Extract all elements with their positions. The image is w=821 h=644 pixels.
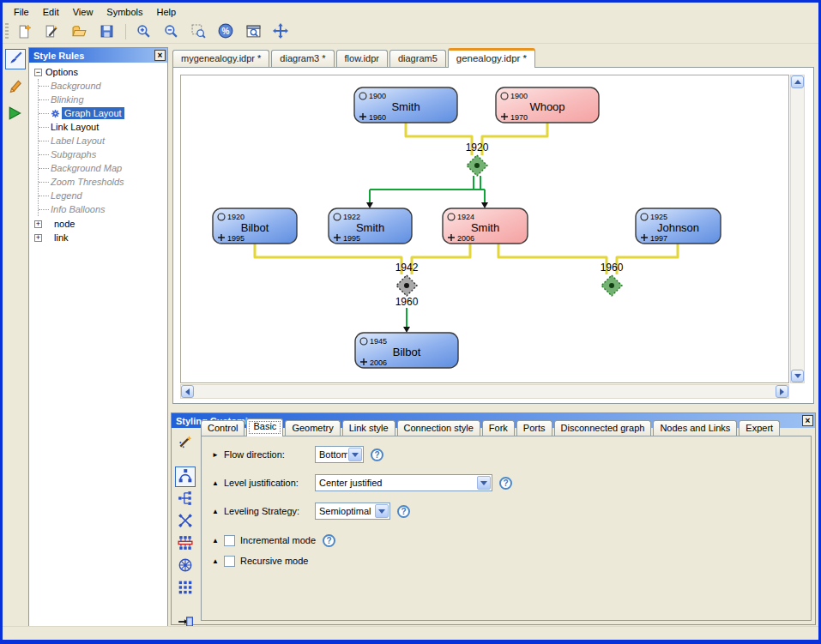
tab-flow[interactable]: flow.idpr (336, 50, 388, 67)
help-icon[interactable]: ? (397, 505, 410, 518)
tree-item-zoom-thresholds[interactable]: Zoom Thresholds (51, 175, 167, 189)
collapse-icon[interactable]: − (34, 69, 42, 76)
tree-layout-button[interactable] (175, 489, 196, 509)
person-node[interactable]: 1900Smith1960 (354, 87, 457, 123)
pan-button[interactable] (270, 21, 291, 42)
person-node[interactable]: 1922Smith1995 (329, 208, 412, 244)
vertical-scrollbar[interactable] (790, 75, 805, 383)
tree-item-graph-layout[interactable]: Graph Layout (51, 106, 167, 120)
menu-item-symbols[interactable]: Symbols (100, 4, 149, 20)
tree-item-info-balloons[interactable]: Info Balloons (51, 202, 167, 216)
tab-fork[interactable]: Fork (482, 420, 515, 436)
wand-button[interactable] (175, 432, 196, 453)
expand-icon[interactable]: + (34, 234, 42, 242)
marriage-link[interactable] (617, 244, 678, 274)
tree-item-link[interactable]: + link (34, 231, 167, 244)
expand-arrow-icon[interactable]: ▲ (212, 537, 224, 545)
new-document-button[interactable] (14, 21, 34, 42)
person-node[interactable]: 1920Bilbot1995 (213, 208, 297, 244)
menu-item-edit[interactable]: Edit (36, 4, 66, 20)
zoom-out-button[interactable] (160, 21, 181, 42)
marriage-link[interactable] (406, 123, 472, 155)
open-button[interactable] (69, 21, 89, 42)
person-node[interactable]: 1924Smith2006 (443, 208, 528, 244)
tab-control[interactable]: Control (201, 420, 244, 436)
leveling-strategy-select[interactable]: Semioptimal (315, 503, 390, 520)
recursive-mode-checkbox[interactable] (224, 556, 235, 567)
person-node[interactable]: 1900Whoop1970 (496, 87, 599, 123)
tree-item-legend[interactable]: Legend (51, 189, 167, 202)
tab-geometry[interactable]: Geometry (285, 420, 340, 436)
help-icon[interactable]: ? (371, 448, 383, 461)
tab-expert[interactable]: Expert (739, 420, 780, 436)
marriage-node[interactable]: 19421960 (395, 262, 419, 308)
toolbar-grip[interactable] (5, 23, 9, 40)
tree-item-link-layout[interactable]: Link Layout (51, 120, 167, 134)
tab-disconnected-graph[interactable]: Disconnected graph (554, 420, 652, 436)
dropdown-arrow-icon[interactable] (375, 504, 389, 518)
person-node[interactable]: 1925Johnson1997 (636, 208, 721, 244)
incremental-mode-checkbox[interactable] (224, 535, 235, 546)
style-brush-button[interactable] (5, 49, 26, 69)
person-node[interactable]: 1945Bilbot2006 (355, 333, 458, 368)
scroll-left-icon[interactable] (181, 385, 194, 398)
tree-item-node[interactable]: + node (34, 217, 167, 231)
marriage-link[interactable] (412, 244, 470, 274)
level-justification-select[interactable]: Center justified (315, 474, 492, 491)
close-icon[interactable]: × (154, 50, 166, 61)
tab-genealogy[interactable]: genealogy.idpr * (448, 48, 535, 68)
dropdown-arrow-icon[interactable] (477, 476, 491, 490)
marriage-link[interactable] (482, 123, 547, 155)
edit-pencil-button[interactable] (5, 76, 26, 97)
run-button[interactable] (5, 104, 26, 124)
tab-nodes-and-links[interactable]: Nodes and Links (653, 420, 737, 436)
expand-arrow-icon[interactable]: ▲ (212, 479, 224, 487)
tree-item-background-map[interactable]: Background Map (51, 161, 167, 175)
expand-icon[interactable]: + (34, 220, 42, 228)
marriage-node[interactable]: 1920 (466, 141, 489, 176)
marriage-link[interactable] (255, 244, 401, 274)
save-button[interactable] (96, 21, 117, 42)
scroll-right-icon[interactable] (776, 385, 788, 398)
flow-direction-select[interactable]: Bottom (315, 446, 364, 463)
scroll-down-icon[interactable] (791, 370, 804, 382)
link-layout-button[interactable] (175, 511, 196, 532)
tab-ports[interactable]: Ports (516, 420, 552, 436)
tab-mygenealogy[interactable]: mygenealogy.idpr * (172, 50, 269, 67)
grid-layout-button[interactable] (175, 578, 196, 599)
tab-basic[interactable]: Basic (246, 418, 283, 436)
dropdown-arrow-icon[interactable] (348, 448, 362, 461)
genealogy-diagram[interactable]: 19201942196019601900Smith19601900Whoop19… (181, 75, 788, 382)
close-icon[interactable]: × (802, 415, 813, 426)
tree-item-label-layout[interactable]: Label Layout (51, 134, 167, 147)
tab-link-style[interactable]: Link style (342, 420, 395, 436)
help-icon[interactable]: ? (499, 477, 512, 490)
zoom-percent-button[interactable]: % (215, 21, 236, 42)
horizontal-scrollbar[interactable] (180, 384, 789, 399)
edit-style-button[interactable] (41, 21, 62, 42)
scroll-up-icon[interactable] (791, 75, 804, 88)
tab-diagram3[interactable]: diagram3 * (271, 50, 334, 67)
menu-item-file[interactable]: File (7, 4, 36, 20)
style-rules-titlebar[interactable]: Style Rules × (29, 48, 167, 63)
tree-item-options[interactable]: − Options (34, 65, 167, 79)
help-icon[interactable]: ? (323, 534, 335, 547)
tab-diagram5[interactable]: diagram5 (389, 50, 446, 67)
hierarchical-layout-button[interactable] (175, 466, 196, 487)
circular-layout-button[interactable] (175, 556, 196, 576)
menu-item-help[interactable]: Help (150, 4, 184, 20)
tab-connection-style[interactable]: Connection style (397, 420, 480, 436)
zoom-in-button[interactable] (133, 21, 154, 42)
tree-item-background[interactable]: Background (51, 79, 167, 93)
collapse-arrow-icon[interactable]: ► (212, 451, 224, 459)
expand-arrow-icon[interactable]: ▲ (212, 508, 224, 515)
tree-item-subgraphs[interactable]: Subgraphs (51, 147, 167, 161)
tree-item-blinking[interactable]: Blinking (51, 93, 167, 106)
overview-button[interactable] (243, 21, 263, 42)
marriage-link[interactable] (498, 244, 607, 274)
marriage-node[interactable]: 1960 (601, 262, 624, 296)
diagram-canvas[interactable]: 19201942196019601900Smith19601900Whoop19… (180, 75, 789, 383)
bus-layout-button[interactable] (175, 533, 196, 554)
expand-arrow-icon[interactable]: ▲ (212, 557, 224, 565)
zoom-area-button[interactable] (188, 21, 208, 42)
